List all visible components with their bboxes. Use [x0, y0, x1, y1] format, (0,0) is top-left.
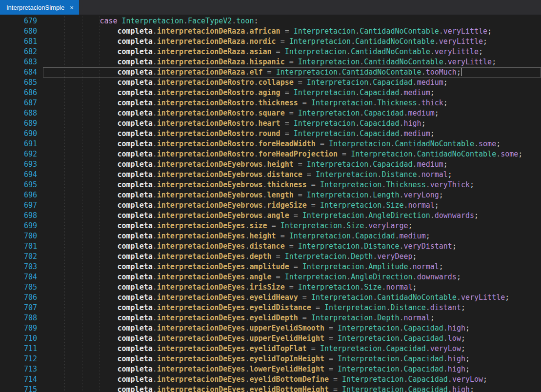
line-number[interactable]: 685 — [0, 78, 43, 88]
code-line-text[interactable]: case Interpretacion.FaceTypeV2.toon: — [43, 16, 541, 26]
line-number[interactable]: 691 — [0, 139, 43, 149]
code-line-text[interactable]: completa.interpretacionDeEyes.upperEyeli… — [43, 323, 541, 333]
code-line-text[interactable]: completa.interpretacionDeEyes.eyelidBott… — [43, 385, 541, 392]
code-line-text[interactable]: completa.interpretacionDeEyes.eyelidDist… — [43, 303, 541, 313]
line-number[interactable]: 680 — [0, 26, 43, 37]
line-number[interactable]: 710 — [0, 333, 43, 344]
code-line-text[interactable]: completa.interpretacionDeEyebrows.thickn… — [43, 180, 541, 190]
code-line[interactable]: 682 completa.interpretacionDeRaza.asian … — [0, 47, 541, 57]
code-line[interactable]: 703 completa.interpretacionDeEyes.amplit… — [0, 262, 541, 272]
code-line[interactable]: 699 completa.interpretacionDeEyes.size =… — [0, 221, 541, 231]
line-number[interactable]: 693 — [0, 159, 43, 170]
code-line-text[interactable]: completa.interpretacionDeEyes.distance =… — [43, 241, 541, 252]
line-number[interactable]: 696 — [0, 190, 43, 200]
code-line[interactable]: 698 completa.interpretacionDeEyebrows.an… — [0, 211, 541, 221]
code-line-text[interactable]: completa.interpretacionDeEyebrows.distan… — [43, 170, 541, 180]
line-number[interactable]: 690 — [0, 129, 43, 139]
code-line-text[interactable]: completa.interpretacionDeRostro.foreHead… — [43, 139, 541, 149]
code-line[interactable]: 709 completa.interpretacionDeEyes.upperE… — [0, 323, 541, 333]
code-line[interactable]: 685 completa.interpretacionDeRostro.coll… — [0, 78, 541, 88]
code-line-text[interactable]: completa.interpretacionDeEyebrows.height… — [43, 159, 541, 170]
line-number[interactable]: 679 — [0, 16, 43, 26]
line-number[interactable]: 683 — [0, 57, 43, 67]
line-number[interactable]: 692 — [0, 149, 43, 159]
code-line[interactable]: 715 completa.interpretacionDeEyes.eyelid… — [0, 385, 541, 392]
line-number[interactable]: 715 — [0, 385, 43, 392]
code-line[interactable]: 708 completa.interpretacionDeEyes.eyelid… — [0, 313, 541, 323]
line-number[interactable]: 682 — [0, 47, 43, 57]
code-line[interactable]: 693 completa.interpretacionDeEyebrows.he… — [0, 159, 541, 170]
code-line-text[interactable]: completa.interpretacionDeRaza.asian = In… — [43, 47, 541, 57]
code-line-text[interactable]: completa.interpretacionDeEyes.lowerEyeli… — [43, 364, 541, 374]
line-number[interactable]: 695 — [0, 180, 43, 190]
code-line[interactable]: 691 completa.interpretacionDeRostro.fore… — [0, 139, 541, 149]
code-line[interactable]: 714 completa.interpretacionDeEyes.eyelid… — [0, 374, 541, 385]
code-line-text[interactable]: completa.interpretacionDeEyes.height = I… — [43, 231, 541, 241]
code-line-text[interactable]: completa.interpretacionDeRostro.square =… — [43, 108, 541, 118]
line-number[interactable]: 697 — [0, 200, 43, 211]
code-line[interactable]: 684 completa.interpretacionDeRaza.elf = … — [0, 67, 541, 78]
close-icon[interactable]: × — [70, 4, 74, 11]
code-line[interactable]: 687 completa.interpretacionDeRostro.thic… — [0, 98, 541, 108]
line-number[interactable]: 713 — [0, 364, 43, 374]
line-number[interactable]: 688 — [0, 108, 43, 118]
line-number[interactable]: 699 — [0, 221, 43, 231]
code-line[interactable]: 700 completa.interpretacionDeEyes.height… — [0, 231, 541, 241]
code-line[interactable]: 680 completa.interpretacionDeRaza.africa… — [0, 26, 541, 37]
code-line-text[interactable]: completa.interpretacionDeRostro.thicknes… — [43, 98, 541, 108]
code-line-text[interactable]: completa.interpretacionDeRostro.heart = … — [43, 118, 541, 129]
code-line-text[interactable]: completa.interpretacionDeEyes.eyelidTopI… — [43, 354, 541, 364]
code-line-text[interactable]: completa.interpretacionDeEyes.irisSize =… — [43, 282, 541, 293]
code-line-text[interactable]: completa.interpretacionDeEyes.depth = In… — [43, 252, 541, 262]
line-number[interactable]: 681 — [0, 37, 43, 47]
code-line-text[interactable]: completa.interpretacionDeEyebrows.length… — [43, 190, 541, 200]
line-number[interactable]: 706 — [0, 293, 43, 303]
code-line-text[interactable]: completa.interpretacionDeEyes.angle = In… — [43, 272, 541, 282]
code-line-text[interactable]: completa.interpretacionDeRaza.nordic = I… — [43, 37, 541, 47]
line-number[interactable]: 698 — [0, 211, 43, 221]
line-number[interactable]: 707 — [0, 303, 43, 313]
code-line-text[interactable]: completa.interpretacionDeEyes.eyelidDept… — [43, 313, 541, 323]
code-line-text[interactable]: completa.interpretacionDeRaza.african = … — [43, 26, 541, 37]
line-number[interactable]: 687 — [0, 98, 43, 108]
line-number[interactable]: 709 — [0, 323, 43, 333]
code-line-text[interactable]: completa.interpretacionDeRostro.aging = … — [43, 88, 541, 98]
code-line[interactable]: 688 completa.interpretacionDeRostro.squa… — [0, 108, 541, 118]
code-line-text[interactable]: completa.interpretacionDeEyes.amplitude … — [43, 262, 541, 272]
code-line-text[interactable]: completa.interpretacionDeEyes.eyelidHeav… — [43, 293, 541, 303]
line-number[interactable]: 714 — [0, 374, 43, 385]
line-number[interactable]: 712 — [0, 354, 43, 364]
code-line-text[interactable]: completa.interpretacionDeEyebrows.ridgeS… — [43, 200, 541, 211]
line-number[interactable]: 689 — [0, 118, 43, 129]
code-line[interactable]: 712 completa.interpretacionDeEyes.eyelid… — [0, 354, 541, 364]
code-line[interactable]: 697 completa.interpretacionDeEyebrows.ri… — [0, 200, 541, 211]
code-line[interactable]: 681 completa.interpretacionDeRaza.nordic… — [0, 37, 541, 47]
line-number[interactable]: 711 — [0, 344, 43, 354]
code-line[interactable]: 689 completa.interpretacionDeRostro.hear… — [0, 118, 541, 129]
code-editor[interactable]: 679 case Interpretacion.FaceTypeV2.toon:… — [0, 15, 541, 392]
line-number[interactable]: 684 — [0, 67, 43, 78]
code-line[interactable]: 679 case Interpretacion.FaceTypeV2.toon: — [0, 16, 541, 26]
line-number[interactable]: 701 — [0, 241, 43, 252]
code-line-text[interactable]: completa.interpretacionDeEyes.upperEyeli… — [43, 333, 541, 344]
code-line[interactable]: 711 completa.interpretacionDeEyes.eyelid… — [0, 344, 541, 354]
code-line-text[interactable]: completa.interpretacionDeRaza.hispanic =… — [43, 57, 541, 67]
code-line[interactable]: 695 completa.interpretacionDeEyebrows.th… — [0, 180, 541, 190]
code-line[interactable]: 696 completa.interpretacionDeEyebrows.le… — [0, 190, 541, 200]
code-line-text[interactable]: completa.interpretacionDeEyes.eyelidTopF… — [43, 344, 541, 354]
code-line[interactable]: 707 completa.interpretacionDeEyes.eyelid… — [0, 303, 541, 313]
code-line[interactable]: 694 completa.interpretacionDeEyebrows.di… — [0, 170, 541, 180]
code-line[interactable]: 701 completa.interpretacionDeEyes.distan… — [0, 241, 541, 252]
code-line-text[interactable]: completa.interpretacionDeRostro.collapse… — [43, 78, 541, 88]
code-line-text[interactable]: completa.interpretacionDeRostro.round = … — [43, 129, 541, 139]
code-line-text[interactable]: completa.interpretacionDeRostro.foreHead… — [43, 149, 541, 159]
code-line-text[interactable]: completa.interpretacionDeEyes.eyelidBott… — [43, 374, 541, 385]
code-line[interactable]: 710 completa.interpretacionDeEyes.upperE… — [0, 333, 541, 344]
code-line[interactable]: 686 completa.interpretacionDeRostro.agin… — [0, 88, 541, 98]
code-line-text[interactable]: completa.interpretacionDeEyebrows.angle … — [43, 211, 541, 221]
code-line[interactable]: 713 completa.interpretacionDeEyes.lowerE… — [0, 364, 541, 374]
line-number[interactable]: 702 — [0, 252, 43, 262]
line-number[interactable]: 694 — [0, 170, 43, 180]
code-line[interactable]: 705 completa.interpretacionDeEyes.irisSi… — [0, 282, 541, 293]
code-line[interactable]: 706 completa.interpretacionDeEyes.eyelid… — [0, 293, 541, 303]
